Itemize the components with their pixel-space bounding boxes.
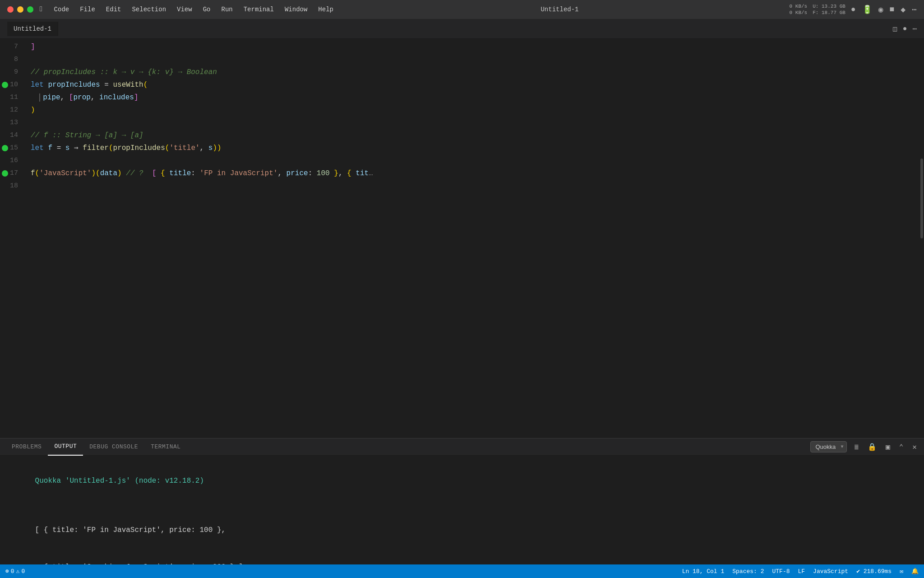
window-title: Untitled-1 [338,6,781,13]
code-line-8: 8 [0,53,924,66]
circle-icon: ● [903,25,907,33]
close-button[interactable] [7,6,14,13]
panel: PROBLEMS OUTPUT DEBUG CONSOLE TERMINAL Q… [0,438,924,564]
line-number-16: 16 [0,154,27,167]
line-number-11: 11 [0,91,27,104]
more-icon[interactable]: ⋯ [912,5,917,14]
close-panel-icon[interactable]: ✕ [910,441,919,453]
editor-scrollbar[interactable] [919,39,924,438]
indentation[interactable]: Spaces: 2 [732,568,764,575]
code-line-12: 12 ) [0,104,924,117]
line-number-18: 18 [0,180,27,192]
code-lines: 7 ] 8 9 // propIncludes :: k → v → {k: v… [0,39,924,194]
error-icon: ⊗ [5,568,9,575]
tab-debug-console[interactable]: DEBUG CONSOLE [83,438,144,456]
line-content-9: // propIncludes :: k → v → {k: v} → Bool… [27,66,924,79]
line-number-10: 10 [0,79,27,91]
clock-icon: ◉ [878,5,883,14]
line-number-15: 15 [0,142,27,154]
line-content-10: let propIncludes = useWith( [27,79,924,91]
line-number-14: 14 [0,129,27,142]
menu-terminal[interactable]: Terminal [239,4,278,15]
code-line-7: 7 ] [0,41,924,53]
editor-area: 7 ] 8 9 // propIncludes :: k → v → {k: v… [0,39,924,438]
panel-tab-actions: Quokka ▼ ≣ 🔒 ▣ ⌃ ✕ [810,441,919,453]
wifi-icon[interactable]: ● [851,5,856,14]
breakpoint-10 [2,82,8,88]
line-content-15: let f = s ⇒ filter(propIncludes('title',… [27,142,924,154]
output-line-2 [9,500,915,512]
window-title-text: Untitled-1 [541,6,578,13]
statusbar-right: Ln 18, Col 1 Spaces: 2 UTF-8 LF JavaScri… [682,568,919,575]
line-content-7: ] [27,41,924,53]
expand-icon[interactable]: ⌃ [897,441,906,453]
cast-icon[interactable]: ◆ [901,5,906,14]
tab-terminal[interactable]: TERMINAL [144,438,187,456]
titlebar-left:  Code File Edit Selection View Go Run T… [7,4,338,15]
menu-file[interactable]: File [75,4,100,15]
minimize-button[interactable] [17,6,23,13]
code-line-9: 9 // propIncludes :: k → v → {k: v} → Bo… [0,66,924,79]
list-icon[interactable]: ≣ [852,441,860,453]
broadcast-icon[interactable]: 🔔 [911,568,919,575]
line-number-7: 7 [0,41,27,53]
cursor-position[interactable]: Ln 18, Col 1 [682,568,725,575]
tabbar-actions: ◫ ● ⋯ [893,24,917,33]
statusbar-left: ⊗ 0 ⚠ 0 [5,568,25,575]
menu-run[interactable]: Run [217,4,237,15]
line-number-9: 9 [0,66,27,79]
storage-info: U: 13.23 GB F: 18.77 GB [813,3,845,16]
code-line-10: 10 let propIncludes = useWith( [0,79,924,91]
tab-problems[interactable]: PROBLEMS [5,438,48,456]
language-mode[interactable]: JavaScript [813,568,848,575]
menu-edit[interactable]: Edit [102,4,126,15]
line-number-13: 13 [0,117,27,129]
error-count: 0 [11,568,14,575]
status-bar: ⊗ 0 ⚠ 0 Ln 18, Col 1 Spaces: 2 UTF-8 LF … [0,564,924,578]
output-line-3: [ { title: 'FP in JavaScript', price: 10… [9,512,915,549]
code-line-15: 15 let f = s ⇒ filter(propIncludes('titl… [0,142,924,154]
titlebar-right: 0 KB/s 0 KB/s U: 13.23 GB F: 18.77 GB ● … [781,3,917,16]
apple-menu[interactable]:  [40,5,44,14]
quokka-timing[interactable]: ✔ 218.69ms [856,568,892,575]
line-content-14: // f :: String → [a] → [a] [27,129,924,142]
tab-bar: Untitled-1 ◫ ● ⋯ [0,19,924,39]
share-icon[interactable]: ■ [890,5,895,14]
menu-window[interactable]: Window [280,4,312,15]
menu-go[interactable]: Go [199,4,215,15]
tab-label: Untitled-1 [14,25,51,33]
tab-output[interactable]: OUTPUT [48,438,83,456]
lock-icon[interactable]: 🔒 [866,441,878,453]
errors-item[interactable]: ⊗ 0 ⚠ 0 [5,568,25,575]
output-selector[interactable]: Quokka [810,441,847,452]
menu-selection[interactable]: Selection [127,4,171,15]
menu-code[interactable]: Code [50,4,74,15]
line-number-17: 17 [0,167,27,180]
breakpoint-15 [2,145,8,151]
copy-icon[interactable]: ▣ [884,441,892,453]
traffic-lights [7,6,33,13]
code-line-11: 11 pipe, [prop, includes] [0,91,924,104]
menu-bar:  Code File Edit Selection View Go Run T… [40,4,338,15]
encoding[interactable]: UTF-8 [772,568,790,575]
line-number-8: 8 [0,53,27,66]
code-container[interactable]: 7 ] 8 9 // propIncludes :: k → v → {k: v… [0,39,924,438]
battery-icon[interactable]: 🔋 [862,5,872,14]
menu-help[interactable]: Help [314,4,338,15]
maximize-button[interactable] [27,6,33,13]
line-ending[interactable]: LF [798,568,805,575]
tab-untitled[interactable]: Untitled-1 [7,22,58,36]
line-content-11: pipe, [prop, includes] [27,91,924,104]
code-line-14: 14 // f :: String → [a] → [a] [0,129,924,142]
code-line-18: 18 [0,180,924,192]
line-number-12: 12 [0,104,27,117]
menu-view[interactable]: View [172,4,197,15]
warning-icon: ⚠ [16,568,20,575]
notification-icon[interactable]: ✉ [900,568,903,575]
output-selector-wrapper[interactable]: Quokka ▼ [810,441,847,452]
line-content-12: ) [27,104,924,117]
ellipsis-icon[interactable]: ⋯ [912,24,917,33]
split-editor-icon[interactable]: ◫ [893,24,897,33]
scrollbar-thumb[interactable] [920,158,923,238]
code-line-17: 17 f('JavaScript')(data) // ? [ { title:… [0,167,924,180]
